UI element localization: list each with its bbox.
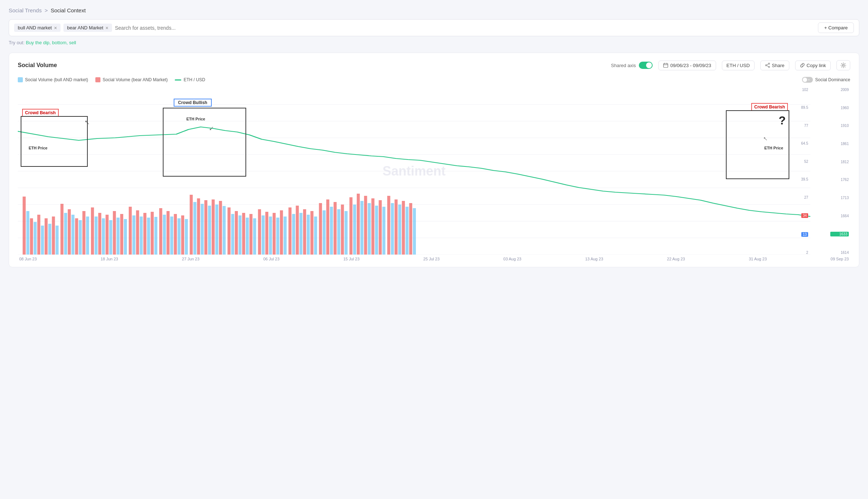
crowd-bearish-box-left	[21, 116, 88, 167]
svg-rect-26	[45, 218, 47, 255]
svg-rect-53	[147, 218, 150, 255]
svg-rect-58	[166, 211, 169, 255]
svg-rect-106	[350, 197, 352, 255]
svg-rect-89	[284, 216, 286, 255]
social-dominance-x: ×	[808, 78, 810, 82]
question-mark: ?	[778, 114, 786, 127]
y-label-89: 89.5	[801, 106, 808, 110]
y-axis-right: 2009 1960 1910 1861 1812 1762 1713 1664 …	[830, 88, 850, 255]
svg-rect-59	[170, 216, 173, 255]
svg-rect-57	[163, 215, 166, 255]
svg-rect-94	[303, 209, 306, 255]
settings-icon	[840, 62, 846, 68]
settings-button[interactable]	[836, 60, 850, 70]
shared-axis-control: Shared axis	[611, 62, 653, 69]
x-label-aug31: 31 Aug 23	[749, 257, 767, 261]
legend-bull: Social Volume (bull AND market)	[18, 77, 88, 82]
svg-rect-36	[82, 211, 85, 255]
legend-bear-color	[95, 77, 100, 82]
social-dominance-toggle[interactable]: ×	[802, 77, 813, 83]
y-eth-1633: 1633	[830, 232, 849, 236]
svg-rect-33	[71, 215, 74, 255]
svg-rect-45	[116, 218, 119, 255]
search-bar: bull AND market × bear AND Market × + Co…	[9, 19, 859, 36]
x-label-jun27: 27 Jun 23	[182, 257, 199, 261]
svg-point-4	[768, 63, 770, 65]
shared-axis-toggle[interactable]	[639, 62, 653, 69]
svg-rect-77	[239, 215, 241, 255]
chart-svg	[18, 88, 810, 255]
x-axis: 08 Jun 23 18 Jun 23 27 Jun 23 06 Jul 23 …	[18, 257, 850, 261]
svg-rect-62	[181, 215, 184, 255]
chart-controls: Shared axis 09/06/23 - 09/09/23 ETH / US…	[611, 60, 850, 70]
try-out-link[interactable]: Buy the dip, bottom, sell	[26, 40, 76, 45]
svg-rect-23	[34, 222, 37, 255]
svg-rect-122	[409, 203, 412, 255]
eth-usd-button[interactable]: ETH / USD	[722, 61, 755, 70]
svg-rect-86	[273, 213, 276, 255]
svg-rect-39	[95, 216, 98, 255]
svg-rect-47	[124, 219, 127, 255]
try-out-section: Try out: Buy the dip, bottom, sell	[9, 40, 859, 45]
svg-rect-69	[208, 206, 211, 255]
tag-bull-close[interactable]: ×	[54, 25, 57, 30]
svg-rect-25	[41, 226, 44, 255]
y-label-52: 52	[801, 160, 808, 164]
svg-rect-24	[37, 215, 40, 255]
crowd-bullish-label: Crowd Bullish	[174, 99, 212, 107]
breadcrumb-parent[interactable]: Social Trends	[9, 7, 42, 13]
x-label-jul15: 15 Jul 23	[343, 257, 360, 261]
svg-rect-0	[664, 63, 668, 67]
svg-rect-88	[280, 210, 283, 255]
svg-rect-105	[344, 211, 347, 255]
svg-rect-41	[102, 218, 105, 255]
svg-rect-20	[22, 197, 25, 255]
svg-rect-93	[299, 213, 302, 255]
svg-rect-22	[30, 218, 33, 255]
share-button[interactable]: Share	[760, 61, 789, 70]
svg-rect-75	[231, 214, 234, 255]
svg-rect-63	[185, 219, 188, 255]
y-label-102: 102	[801, 88, 808, 92]
tag-bull-label: bull AND market	[18, 25, 52, 30]
svg-rect-101	[330, 207, 333, 255]
legend-eth-label: ETH / USD	[183, 77, 205, 82]
y-label-2: 2	[801, 251, 808, 255]
svg-rect-76	[235, 211, 238, 255]
svg-rect-110	[364, 196, 367, 255]
compare-button[interactable]: + Compare	[818, 22, 854, 33]
y-eth-1812: 1812	[830, 160, 849, 164]
svg-rect-112	[371, 198, 374, 255]
y-eth-1664: 1664	[830, 214, 849, 218]
svg-rect-84	[265, 212, 268, 255]
shared-axis-label: Shared axis	[611, 63, 636, 68]
tag-bear-close[interactable]: ×	[106, 25, 108, 30]
legend-bear-label: Social Volume (bear AND Market)	[103, 77, 168, 82]
y-eth-1614: 1614	[830, 251, 849, 255]
search-input[interactable]	[115, 25, 815, 31]
svg-rect-96	[310, 211, 313, 255]
svg-rect-95	[307, 215, 310, 255]
svg-rect-61	[178, 218, 181, 255]
chart-area: Santiment	[18, 88, 810, 255]
svg-rect-117	[391, 203, 394, 255]
date-range-picker[interactable]: 09/06/23 - 09/09/23	[658, 61, 716, 70]
svg-rect-28	[52, 216, 55, 255]
svg-rect-123	[413, 208, 416, 255]
svg-rect-79	[246, 218, 249, 255]
social-dominance-label: Social Dominance	[815, 77, 850, 82]
x-label-aug13: 13 Aug 23	[585, 257, 603, 261]
svg-rect-120	[402, 201, 405, 255]
svg-rect-66	[197, 198, 200, 255]
share-icon	[765, 63, 770, 68]
copy-link-button[interactable]: Copy link	[795, 61, 831, 70]
svg-rect-35	[79, 220, 82, 255]
svg-line-8	[767, 66, 769, 67]
svg-rect-82	[258, 209, 261, 255]
svg-rect-60	[174, 214, 177, 255]
chart-title: Social Volume	[18, 62, 57, 69]
tag-bear-label: bear AND Market	[67, 25, 103, 30]
svg-rect-111	[368, 203, 371, 255]
svg-rect-102	[334, 202, 336, 255]
svg-rect-38	[91, 207, 94, 255]
